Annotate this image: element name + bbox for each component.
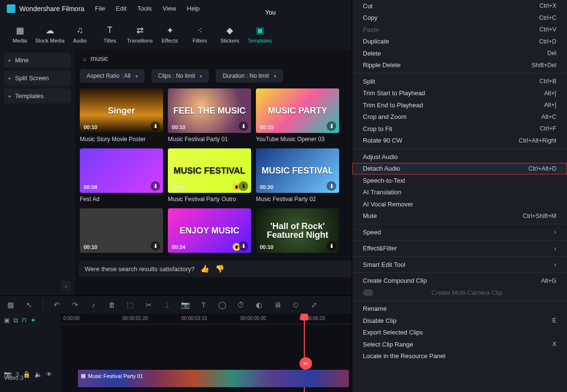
filter-clips[interactable]: Clips : No limit▾ [151,69,209,83]
template-thumbnail[interactable]: MUSIC FESTIVAL 00:20 ⬇ [256,148,339,193]
cursor-icon[interactable]: ↖ [24,301,34,309]
tool-media[interactable]: ▦Media [5,20,35,49]
menu-view[interactable]: View [163,5,176,12]
ctx-trim-end-to-playhead[interactable]: Trim End to PlayheadAlt+] [352,99,567,111]
delete-icon[interactable]: 🗑 [107,301,117,309]
search-input[interactable] [90,55,175,62]
ctx-adjust-audio[interactable]: Adjust Audio [352,151,567,163]
lock-icon[interactable]: 🔒 [23,371,30,378]
template-card[interactable]: MUSIC PARTY 00:10 ⬇ YouTube Music Opener… [256,88,339,143]
link-icon[interactable]: ⧉ [14,317,18,324]
ctx-split[interactable]: SplitCtrl+B [352,75,567,87]
tool-transitions[interactable]: ⇄Transitions [125,20,155,49]
display-icon[interactable]: 🖥 [272,301,282,309]
auto-icon[interactable]: ✦ [30,317,36,324]
tool-titles[interactable]: TTitles [95,20,125,49]
mute-icon[interactable]: 🔈 [34,371,42,378]
ctx-duplicate[interactable]: DuplicateCtrl+D [352,36,567,48]
download-icon[interactable]: ⬇ [327,121,336,131]
template-thumbnail[interactable]: 00:08 ⬇ [80,148,163,193]
timer-icon[interactable]: ⏲ [291,301,300,309]
magnet-icon[interactable]: ⊓ [22,317,27,324]
ctx-mute[interactable]: MuteCtrl+Shift+M [352,210,567,222]
sidebar-item-mine[interactable]: Mine [4,53,71,68]
sidebar-item-splitscreen[interactable]: Split Screen [4,71,71,86]
ctx-select-clip-range[interactable]: Select Clip RangeX [352,338,567,350]
template-card[interactable]: FEEL THE MUSIC 00:10 ⬇ Music Festival Pa… [168,88,251,143]
template-thumbnail[interactable]: FEEL THE MUSIC 00:10 ⬇ [168,88,251,133]
ctx-rotate-90-cw[interactable]: Rotate 90 CWCtrl+Alt+Right [352,135,567,147]
tool-stickers[interactable]: ◆Stickers [215,20,245,49]
crop-icon[interactable]: ⟂ [162,301,172,309]
menu-edit[interactable]: Edit [116,5,126,12]
template-card[interactable]: 'Hall of Rock' Featured Night 00:10 ⬇ [256,208,339,256]
ctx-crop-to-fit[interactable]: Crop to FitCtrl+F [352,123,567,135]
redo-icon[interactable]: ↷ [70,301,80,309]
collapse-sidebar-button[interactable]: ‹ [60,281,71,291]
mask-icon[interactable]: ◯ [217,301,227,309]
ctx-smart-edit-tool[interactable]: Smart Edit Tool [352,259,567,271]
ctx-ripple-delete[interactable]: Ripple DeleteShift+Del [352,59,567,72]
template-thumbnail[interactable]: ENJOY MUSIC 00:24 ♛ ⬇ [168,208,251,253]
ctx-ai-translation[interactable]: AI Translation [352,187,567,199]
sidebar-item-templates[interactable]: Templates [4,88,71,103]
ctx-cut[interactable]: CutCtrl+X [352,0,567,12]
template-thumbnail[interactable]: MUSIC PARTY 00:10 ⬇ [256,88,339,133]
ctx-locate-in-the-resource-panel[interactable]: Locate in the Resource Panel [352,350,567,363]
filter-aspect-ratio[interactable]: Aspect Ratio : All▾ [80,69,145,83]
download-icon[interactable]: ⬇ [239,181,248,191]
marker-icon[interactable]: ♪ [89,301,98,309]
filter-duration[interactable]: Duration : No limit▾ [216,69,283,83]
ctx-speech-to-text[interactable]: Speech-to-Text [352,174,567,187]
template-thumbnail[interactable]: 00:10 ⬇ [80,208,163,253]
template-thumbnail[interactable]: Singer 00:10 ⬇ [80,88,163,133]
split-button[interactable]: ✂ [299,357,312,370]
ctx-copy[interactable]: CopyCtrl+C [352,12,567,24]
group-icon[interactable]: ⬚ [125,301,135,309]
account-label[interactable]: You [265,9,276,16]
download-icon[interactable]: ⬇ [239,121,248,131]
template-thumbnail[interactable]: MUSIC FESTIVAL 00:04 ♛ ⬇ [168,148,251,193]
color-icon[interactable]: ◐ [254,301,264,309]
ctx-detach-audio[interactable]: Detach AudioCtrl+Alt+D [352,163,567,175]
ctx-trim-start-to-playhead[interactable]: Trim Start to PlayheadAlt+[ [352,87,567,100]
tool-stock[interactable]: ☁Stock Media [35,20,65,49]
ctx-speed[interactable]: Speed [352,226,567,238]
layout-icon[interactable]: ▦ [6,301,15,309]
ctx-delete[interactable]: DeleteDel [352,47,567,59]
download-icon[interactable]: ⬇ [150,181,160,191]
thumbs-up-icon[interactable]: 👍 [200,264,209,273]
template-card[interactable]: MUSIC FESTIVAL 00:04 ♛ ⬇ Music Festival … [168,148,251,203]
template-card[interactable]: 00:08 ⬇ Fest Ad [80,148,163,203]
tool-effects[interactable]: ✦Effects [155,20,185,49]
download-icon[interactable]: ⬇ [150,121,160,131]
ctx-disable-clip[interactable]: Disable ClipE [352,315,567,327]
tool-templates[interactable]: ▣Templates [245,20,275,49]
speed-icon[interactable]: ⏱ [236,301,245,309]
template-card[interactable]: 00:10 ⬇ [80,208,163,256]
template-card[interactable]: MUSIC FESTIVAL 00:20 ⬇ Music Festival Pa… [256,148,339,203]
camera-icon[interactable]: 📷 [180,301,190,309]
cut-icon[interactable]: ✂ [144,301,153,309]
ctx-create-compound-clip[interactable]: Create Compound ClipAlt+G [352,275,567,287]
ctx-ai-vocal-remover[interactable]: AI Vocal Remover [352,198,567,210]
download-icon[interactable]: ⬇ [239,241,248,251]
thumbs-down-icon[interactable]: 👎 [215,264,224,273]
menu-help[interactable]: Help [187,5,200,12]
expand-icon[interactable]: ⤢ [309,301,319,309]
ctx-rename[interactable]: Rename [352,303,567,315]
ctx-crop-and-zoom[interactable]: Crop and ZoomAlt+C [352,111,567,123]
undo-icon[interactable]: ↶ [52,301,61,309]
eye-icon[interactable]: 👁 [46,371,52,378]
template-card[interactable]: ENJOY MUSIC 00:24 ♛ ⬇ [168,208,251,256]
download-icon[interactable]: ⬇ [327,241,336,251]
download-icon[interactable]: ⬇ [327,181,336,191]
tool-filters[interactable]: ⁖Filters [185,20,215,49]
download-icon[interactable]: ⬇ [150,241,160,251]
ctx-effect-filter[interactable]: Effect&Filter [352,243,567,255]
ctx-export-selected-clips[interactable]: Export Selected Clips [352,327,567,339]
tool-audio[interactable]: ♫Audio [65,20,95,49]
layer-icon[interactable]: ▣ [4,317,10,324]
menu-file[interactable]: File [95,5,105,12]
menu-tools[interactable]: Tools [137,5,152,12]
